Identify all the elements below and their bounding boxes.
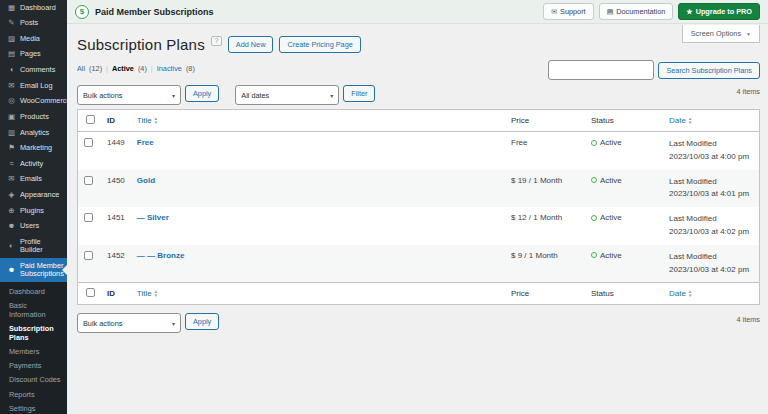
sidebar-item-woocommerce[interactable]: ◎ WooCommerce: [0, 94, 67, 110]
plan-price: $ 9 / 1 Month: [505, 245, 585, 283]
analytics-icon: ▥: [7, 129, 16, 138]
help-icon[interactable]: ?: [211, 36, 222, 46]
column-date-sort-link[interactable]: Date ▲▼: [669, 116, 692, 125]
submenu-item-reports[interactable]: Reports: [0, 387, 67, 401]
filter-active-count: (4): [138, 64, 147, 73]
plans-table-container: ID Title ▲▼ Price Status: [77, 109, 760, 305]
plans-table: ID Title ▲▼ Price Status: [78, 110, 759, 304]
filter-inactive-link[interactable]: Inactive: [157, 64, 182, 73]
upgrade-to-pro-button[interactable]: ★ Upgrade to PRO: [678, 3, 760, 20]
submenu-item-subscription-plans[interactable]: Subscription Plans: [0, 321, 67, 344]
pms-submenu: Dashboard Basic Information Subscription…: [0, 282, 67, 414]
submenu-item-payments[interactable]: Payments: [0, 359, 67, 373]
sidebar-item-plugins[interactable]: ⊕ Plugins: [0, 203, 67, 219]
sort-icon: ▲▼: [688, 117, 692, 124]
submenu-item-members[interactable]: Members: [0, 345, 67, 359]
filter-active-link[interactable]: Active: [112, 64, 134, 73]
sidebar-item-dashboard[interactable]: ▦ Dashboard: [0, 0, 67, 16]
status-active-icon: [591, 140, 597, 146]
add-new-button[interactable]: Add New: [228, 36, 274, 53]
row-checkbox[interactable]: [84, 176, 93, 185]
all-dates-select[interactable]: All dates ▾: [235, 85, 339, 105]
sidebar-item-label: Marketing: [20, 144, 52, 152]
apply-button[interactable]: Apply: [185, 85, 219, 102]
support-button[interactable]: ✉ Support: [543, 3, 593, 20]
plan-price: $ 19 / 1 Month: [505, 170, 585, 208]
bulk-actions-select[interactable]: Bulk actions ▾: [77, 85, 181, 105]
filter-all-count: (12): [89, 64, 102, 73]
plan-status: Active: [585, 170, 663, 208]
status-active-icon: [591, 215, 597, 221]
plan-title-link[interactable]: Free: [137, 138, 154, 147]
sidebar-item-analytics[interactable]: ▥ Analytics: [0, 125, 67, 141]
create-pricing-page-button[interactable]: Create Pricing Page: [279, 36, 360, 53]
column-date-sort-link[interactable]: Date ▲▼: [669, 289, 692, 298]
column-title-label: Title: [137, 116, 152, 125]
table-body: 1449 Free Free Active Last Modified 2023…: [78, 132, 759, 283]
table-row: 1449 Free Free Active Last Modified 2023…: [78, 132, 759, 170]
sidebar-item-label: Email Log: [20, 82, 52, 90]
sidebar-item-profile-builder[interactable]: ◐ Profile Builder: [0, 234, 67, 258]
plan-date: Last Modified 2023/10/03 at 4:00 pm: [669, 138, 753, 164]
sidebar-item-activity[interactable]: ≈ Activity: [0, 156, 67, 172]
table-row: 1452 — — Bronze $ 9 / 1 Month Active Las…: [78, 245, 759, 283]
posts-icon: ✎: [7, 19, 16, 28]
row-checkbox[interactable]: [84, 213, 93, 222]
filter-inactive-count: (8): [186, 64, 195, 73]
bulk-actions-select-bottom[interactable]: Bulk actions ▾: [77, 313, 181, 333]
select-all-checkbox[interactable]: [86, 115, 95, 124]
submenu-item-settings[interactable]: Settings: [0, 401, 67, 414]
sidebar-item-label: Emails: [20, 175, 42, 183]
plan-title-link[interactable]: Gold: [137, 176, 155, 185]
column-id: ID: [101, 283, 131, 305]
column-title-sort-link[interactable]: Title ▲▼: [137, 289, 158, 298]
sidebar-item-label: Media: [20, 35, 40, 43]
screen-options-tab[interactable]: Screen Options ▼: [682, 25, 760, 43]
sidebar-item-media[interactable]: ▨ Media: [0, 31, 67, 47]
marketing-icon: ⚑: [7, 144, 16, 153]
status-active-icon: [591, 177, 597, 183]
sidebar-item-marketing[interactable]: ⚑ Marketing: [0, 141, 67, 157]
column-title-sort-link[interactable]: Title ▲▼: [137, 116, 158, 125]
plan-id: 1451: [101, 207, 131, 245]
plan-date: Last Modified 2023/10/03 at 4:02 pm: [669, 251, 753, 277]
select-all-checkbox[interactable]: [86, 288, 95, 297]
sidebar-item-comments[interactable]: ◖ Comments: [0, 63, 67, 79]
sidebar-item-posts[interactable]: ✎ Posts: [0, 16, 67, 32]
plan-price: $ 12 / 1 Month: [505, 207, 585, 245]
column-price: Price: [505, 283, 585, 305]
documentation-button[interactable]: ▤ Documentation: [599, 3, 674, 20]
bulk-actions-label: Bulk actions: [83, 91, 122, 100]
plan-date: Last Modified 2023/10/03 at 4:02 pm: [669, 213, 753, 239]
sidebar-item-email-log[interactable]: ✉ Email Log: [0, 78, 67, 94]
filter-button[interactable]: Filter: [343, 85, 375, 102]
plan-status: Active: [585, 207, 663, 245]
plan-date: Last Modified 2023/10/03 at 4:01 pm: [669, 176, 753, 202]
apply-button-bottom[interactable]: Apply: [185, 313, 219, 330]
search-input[interactable]: [548, 60, 654, 80]
sidebar-item-paid-member-subscriptions[interactable]: ☻ Paid Member Subscriptions: [0, 258, 67, 282]
appearance-icon: ◈: [7, 191, 16, 200]
filter-all-link[interactable]: All: [77, 64, 85, 73]
sidebar-item-products[interactable]: ▣ Products: [0, 109, 67, 125]
sidebar-item-pages[interactable]: ▤ Pages: [0, 47, 67, 63]
row-checkbox[interactable]: [84, 251, 93, 260]
filter-separator: |: [151, 64, 153, 73]
filter-separator: |: [106, 64, 108, 73]
sidebar-item-label: Comments: [20, 66, 55, 74]
plan-title-link[interactable]: — — Bronze: [137, 251, 185, 260]
submenu-item-discount-codes[interactable]: Discount Codes: [0, 373, 67, 387]
tablenav-bottom: Bulk actions ▾ Apply 4 items: [77, 313, 760, 333]
search-button[interactable]: Search Subscription Plans: [658, 62, 760, 79]
submenu-item-basic-information[interactable]: Basic Information: [0, 298, 67, 321]
submenu-item-dashboard[interactable]: Dashboard: [0, 284, 67, 298]
pms-logo-icon: $: [75, 5, 89, 19]
sidebar-item-appearance[interactable]: ◈ Appearance: [0, 188, 67, 204]
plan-title-link[interactable]: — Silver: [137, 213, 169, 222]
sidebar-item-users[interactable]: ☻ Users: [0, 219, 67, 235]
plan-id: 1452: [101, 245, 131, 283]
sidebar-item-emails[interactable]: ✉ Emails: [0, 172, 67, 188]
row-checkbox[interactable]: [84, 138, 93, 147]
items-count: 4 items: [736, 313, 760, 324]
plan-status: Active: [585, 245, 663, 283]
